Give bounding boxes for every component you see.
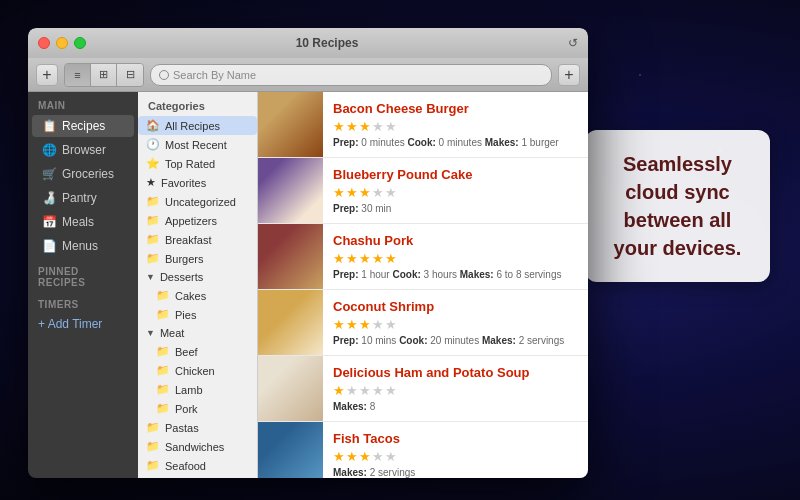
star-2: ★	[346, 119, 358, 134]
recipe-meta-blueberry: Prep: 30 min	[333, 203, 578, 214]
search-placeholder: Search By Name	[173, 69, 256, 81]
cloud-callout: Seamlessly cloud sync between all your d…	[585, 130, 770, 282]
recipe-name-fish: Fish Tacos	[333, 431, 578, 446]
meat-triangle: ▼	[146, 328, 155, 338]
recipe-thumb-ham	[258, 356, 323, 421]
toolbar: + ≡ ⊞ ⊟ Search By Name +	[28, 58, 588, 92]
recipe-thumb-fish	[258, 422, 323, 478]
recipe-name-blueberry: Blueberry Pound Cake	[333, 167, 578, 182]
sidebar-main-label: MAIN	[28, 92, 138, 114]
cat-uncategorized[interactable]: 📁 Uncategorized	[138, 192, 257, 211]
top-rated-icon: ⭐	[146, 157, 160, 170]
star-1: ★	[333, 251, 345, 266]
star-2: ★	[346, 317, 358, 332]
detail-view-button[interactable]: ⊟	[117, 64, 143, 86]
cat-top-rated[interactable]: ⭐ Top Rated	[138, 154, 257, 173]
recipe-stars-bacon: ★★★★★	[333, 119, 578, 134]
recipe-stars-ham: ★★★★★	[333, 383, 578, 398]
add-recipe-button[interactable]: +	[36, 64, 58, 86]
star-5: ★	[385, 449, 397, 464]
recipe-info-chashu: Chashu Pork★★★★★Prep: 1 hour Cook: 3 hou…	[323, 224, 588, 289]
recipe-stars-fish: ★★★★★	[333, 449, 578, 464]
recipe-meta-coconut: Prep: 10 mins Cook: 20 minutes Makes: 2 …	[333, 335, 578, 346]
recipe-item-fish[interactable]: Fish Tacos★★★★★Makes: 2 servings	[258, 422, 588, 478]
cat-pastas[interactable]: 📁 Pastas	[138, 418, 257, 437]
menus-icon: 📄	[42, 239, 56, 253]
search-box[interactable]: Search By Name	[150, 64, 552, 86]
recipe-name-chashu: Chashu Pork	[333, 233, 578, 248]
sidebar-label-groceries: Groceries	[62, 167, 114, 181]
recipe-item-coconut[interactable]: Coconut Shrimp★★★★★Prep: 10 mins Cook: 2…	[258, 290, 588, 356]
favorites-icon: ★	[146, 176, 156, 189]
add-timer-label: + Add Timer	[38, 317, 102, 331]
chicken-icon: 📁	[156, 364, 170, 377]
star-5: ★	[385, 185, 397, 200]
cat-pies-label: Pies	[175, 309, 196, 321]
cloud-callout-text: Seamlessly cloud sync between all your d…	[614, 153, 742, 259]
cat-favorites[interactable]: ★ Favorites	[138, 173, 257, 192]
star-5: ★	[385, 119, 397, 134]
star-3: ★	[359, 119, 371, 134]
recipe-item-chashu[interactable]: Chashu Pork★★★★★Prep: 1 hour Cook: 3 hou…	[258, 224, 588, 290]
star-4: ★	[372, 119, 384, 134]
star-3: ★	[359, 383, 371, 398]
recipe-name-ham: Delicious Ham and Potato Soup	[333, 365, 578, 380]
close-button[interactable]	[38, 37, 50, 49]
pork-icon: 📁	[156, 402, 170, 415]
star-4: ★	[372, 383, 384, 398]
sidebar-item-browser[interactable]: 🌐 Browser	[32, 139, 134, 161]
cat-toprated-label: Top Rated	[165, 158, 215, 170]
cat-pork[interactable]: 📁 Pork	[138, 399, 257, 418]
cat-seafood[interactable]: 📁 Seafood	[138, 456, 257, 475]
cat-chicken[interactable]: 📁 Chicken	[138, 361, 257, 380]
sidebar-label-recipes: Recipes	[62, 119, 105, 133]
cat-most-recent[interactable]: 🕐 Most Recent	[138, 135, 257, 154]
cat-appetizers-label: Appetizers	[165, 215, 217, 227]
recipe-info-fish: Fish Tacos★★★★★Makes: 2 servings	[323, 422, 588, 478]
star-4: ★	[372, 251, 384, 266]
sidebar-item-recipes[interactable]: 📋 Recipes	[32, 115, 134, 137]
app-window: 10 Recipes ↺ + ≡ ⊞ ⊟ Search By Name + MA…	[28, 28, 588, 478]
cat-meat[interactable]: ▼ Meat	[138, 324, 257, 342]
sidebar-item-groceries[interactable]: 🛒 Groceries	[32, 163, 134, 185]
recipe-stars-chashu: ★★★★★	[333, 251, 578, 266]
cat-pastas-label: Pastas	[165, 422, 199, 434]
recipe-item-bacon[interactable]: Bacon Cheese Burger★★★★★Prep: 0 minutes …	[258, 92, 588, 158]
cat-breakfast[interactable]: 📁 Breakfast	[138, 230, 257, 249]
cat-burgers[interactable]: 📁 Burgers	[138, 249, 257, 268]
cat-pies[interactable]: 📁 Pies	[138, 305, 257, 324]
cat-desserts[interactable]: ▼ Desserts	[138, 268, 257, 286]
maximize-button[interactable]	[74, 37, 86, 49]
recipe-stars-blueberry: ★★★★★	[333, 185, 578, 200]
cakes-icon: 📁	[156, 289, 170, 302]
grid-view-button[interactable]: ⊞	[91, 64, 117, 86]
recipe-thumb-bacon	[258, 92, 323, 157]
cat-appetizers[interactable]: 📁 Appetizers	[138, 211, 257, 230]
star-5: ★	[385, 251, 397, 266]
cat-sandwiches[interactable]: 📁 Sandwiches	[138, 437, 257, 456]
cat-sides[interactable]: 📁 Sides	[138, 475, 257, 478]
sidebar-label-menus: Menus	[62, 239, 98, 253]
recipe-info-blueberry: Blueberry Pound Cake★★★★★Prep: 30 min	[323, 158, 588, 223]
cat-all-recipes[interactable]: 🏠 All Recipes	[138, 116, 257, 135]
sidebar-label-browser: Browser	[62, 143, 106, 157]
recipe-item-ham[interactable]: Delicious Ham and Potato Soup★★★★★Makes:…	[258, 356, 588, 422]
seafood-icon: 📁	[146, 459, 160, 472]
sidebar-item-meals[interactable]: 📅 Meals	[32, 211, 134, 233]
recipe-stars-coconut: ★★★★★	[333, 317, 578, 332]
cat-desserts-label: Desserts	[160, 271, 203, 283]
sidebar-item-menus[interactable]: 📄 Menus	[32, 235, 134, 257]
toolbar-plus-button[interactable]: +	[558, 64, 580, 86]
list-view-button[interactable]: ≡	[65, 64, 91, 86]
refresh-icon[interactable]: ↺	[568, 36, 578, 50]
minimize-button[interactable]	[56, 37, 68, 49]
cat-cakes[interactable]: 📁 Cakes	[138, 286, 257, 305]
cat-beef[interactable]: 📁 Beef	[138, 342, 257, 361]
categories-panel: Categories 🏠 All Recipes 🕐 Most Recent ⭐…	[138, 92, 258, 478]
recipe-item-blueberry[interactable]: Blueberry Pound Cake★★★★★Prep: 30 min	[258, 158, 588, 224]
add-timer-button[interactable]: + Add Timer	[28, 313, 138, 335]
cat-lamb[interactable]: 📁 Lamb	[138, 380, 257, 399]
sidebar-item-pantry[interactable]: 🍶 Pantry	[32, 187, 134, 209]
cat-seafood-label: Seafood	[165, 460, 206, 472]
star-3: ★	[359, 185, 371, 200]
